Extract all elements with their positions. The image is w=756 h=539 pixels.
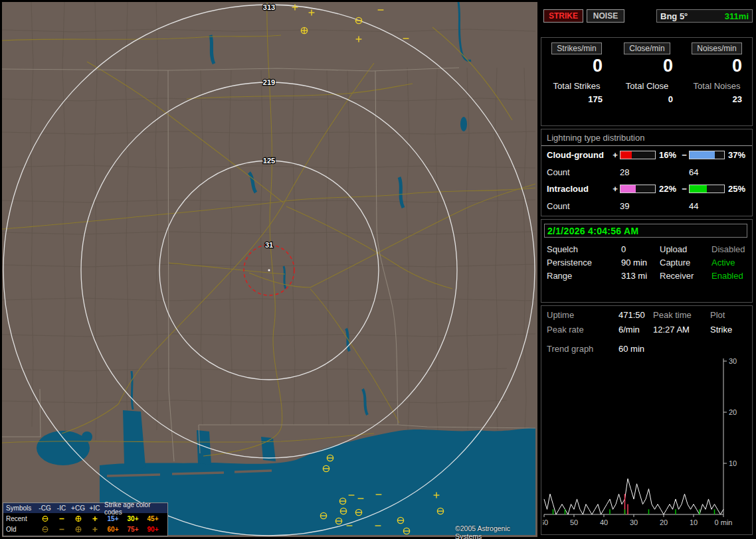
receiver-label: Receiver <box>660 271 711 281</box>
distribution-panel: Lightning type distribution Cloud-ground… <box>541 129 753 216</box>
total-strikes-value: 175 <box>541 94 612 104</box>
age-15-label: 15+ <box>103 515 123 522</box>
legend-col-neg-ic: -IC <box>53 504 70 512</box>
noises-per-min-value: 0 <box>682 56 751 75</box>
trend-x-tick-label: 0 min <box>715 518 733 526</box>
cloud-ground-label: Cloud-ground <box>547 150 611 160</box>
pos-ic-old-icon <box>86 526 103 533</box>
settings-row: Squelch 0 Upload Disabled <box>541 242 752 256</box>
age-30-label: 30+ <box>123 515 143 522</box>
settings-row: Range 313 mi Receiver Enabled <box>541 269 752 282</box>
ring-distance-label: 125 <box>263 157 275 165</box>
ic-minus-count: 44 <box>689 201 726 211</box>
total-strikes-label: Total Strikes <box>541 81 612 91</box>
trend-x-tick-label: 60 <box>543 518 548 526</box>
stats-row: Uptime 471:50 Peak time Plot <box>541 307 752 322</box>
pos-cg-old-icon <box>70 526 86 533</box>
close-per-min-button: Close/min <box>624 42 670 54</box>
intracloud-label: Intracloud <box>547 184 611 194</box>
plot-label: Plot <box>710 310 752 320</box>
total-noises-label: Total Noises <box>682 81 751 91</box>
stats-trend-panel: Uptime 471:50 Peak time Plot Peak rate 6… <box>541 305 753 535</box>
cloud-ground-row: Cloud-ground + 16% − 37% <box>541 146 752 164</box>
bearing-range-value: 311mi <box>725 11 749 21</box>
map-canvas[interactable]: 31321912531 Symbols -CG -IC +CG +IC Stri… <box>2 2 537 537</box>
strike-indicator: STRIKE <box>543 9 583 23</box>
strike-symbol-cplus <box>301 27 307 33</box>
trend-x-tick-label: 50 <box>570 518 578 526</box>
trend-graph: 3020106050403020100 min <box>543 356 754 533</box>
trend-x-tick-label: 20 <box>660 518 668 526</box>
trend-header-row: Trend graph 60 min <box>541 341 752 356</box>
side-panel: STRIKE NOISE Bng 5° 311mi Strikes/min Cl… <box>539 0 756 539</box>
trend-y-tick-label: 30 <box>729 357 737 365</box>
legend-col-pos-cg: +CG <box>70 504 86 512</box>
stats-row: Peak rate 6/min 12:27 AM Strike <box>541 322 752 337</box>
intracloud-count-row: Count 39 44 <box>541 198 752 214</box>
range-value: 313 mi <box>621 271 660 281</box>
legend-recent-label: Recent <box>6 515 37 522</box>
age-75-label: 75+ <box>123 526 143 533</box>
ic-minus-gauge <box>689 185 725 193</box>
pos-cg-recent-icon <box>70 515 86 522</box>
cg-minus-count: 64 <box>689 167 726 177</box>
intracloud-row: Intracloud + 22% − 25% <box>541 180 752 198</box>
cg-plus-count: 28 <box>620 167 657 177</box>
neg-ic-old-icon <box>53 526 70 533</box>
capture-status: Active <box>711 258 752 268</box>
noises-per-min-button: Noises/min <box>692 42 741 54</box>
upload-status: Disabled <box>711 244 752 254</box>
legend-recent-row: Recent 15+ 30+ 45+ <box>3 513 167 524</box>
close-per-min-value: 0 <box>612 56 682 75</box>
ic-plus-gauge <box>620 185 656 193</box>
peak-rate-label: Peak rate <box>547 325 618 335</box>
cg-plus-pct: 16% <box>657 150 680 160</box>
copyright-text: ©2005 Astrogenic Systems <box>455 524 537 539</box>
ring-distance-label: 219 <box>263 78 275 86</box>
legend-col-neg-cg: -CG <box>37 504 53 512</box>
upload-label: Upload <box>660 244 711 254</box>
count-label: Count <box>547 167 611 177</box>
legend-header-row: Symbols -CG -IC +CG +IC Strike age color… <box>3 503 167 513</box>
plus-sign: + <box>611 184 620 194</box>
capture-label: Capture <box>660 258 711 268</box>
cg-minus-gauge <box>689 151 725 159</box>
uptime-label: Uptime <box>547 310 618 320</box>
distribution-title: Lightning type distribution <box>541 133 752 146</box>
trend-y-tick-label: 20 <box>729 408 737 416</box>
noise-indicator: NOISE <box>587 9 624 23</box>
total-close-value: 0 <box>612 94 682 104</box>
ring-distance-label: 313 <box>263 3 275 11</box>
trend-graph-label: Trend graph <box>547 344 618 354</box>
map-image: 31321912531 <box>2 2 537 537</box>
trend-series-strikes <box>544 479 723 514</box>
legend-age-title: Strike age color codes <box>103 501 167 516</box>
plot-value: Strike <box>710 325 752 335</box>
legend-symbols-label: Symbols <box>6 504 37 512</box>
ic-minus-pct: 25% <box>726 184 751 194</box>
receiver-status: Enabled <box>711 271 752 281</box>
minus-sign: − <box>680 150 689 160</box>
cg-minus-pct: 37% <box>726 150 751 160</box>
strikes-per-min-button: Strikes/min <box>551 42 601 54</box>
uptime-value: 471:50 <box>618 310 653 320</box>
trend-x-tick-label: 30 <box>630 518 638 526</box>
neg-ic-recent-icon <box>53 515 70 522</box>
receiver-center-marker <box>268 270 270 271</box>
squelch-label: Squelch <box>547 244 621 254</box>
range-label: Range <box>547 271 621 281</box>
bearing-label: Bng 5° <box>660 11 688 21</box>
peak-time-label: Peak time <box>653 310 710 320</box>
ic-plus-pct: 22% <box>657 184 680 194</box>
bearing-panel: Bng 5° 311mi <box>656 9 753 23</box>
legend-col-pos-ic: +IC <box>86 504 103 512</box>
datetime-display: 2/1/2026 4:04:56 AM <box>544 224 747 238</box>
neg-cg-old-icon <box>37 526 53 533</box>
peak-rate-value: 6/min <box>618 325 653 335</box>
cg-plus-gauge <box>620 151 656 159</box>
age-60-label: 60+ <box>103 526 123 533</box>
counters-panel: Strikes/min Close/min Noises/min 0 0 0 T… <box>541 37 753 126</box>
total-close-label: Total Close <box>612 81 682 91</box>
persistence-value: 90 min <box>621 258 660 268</box>
neg-cg-recent-icon <box>37 515 53 522</box>
